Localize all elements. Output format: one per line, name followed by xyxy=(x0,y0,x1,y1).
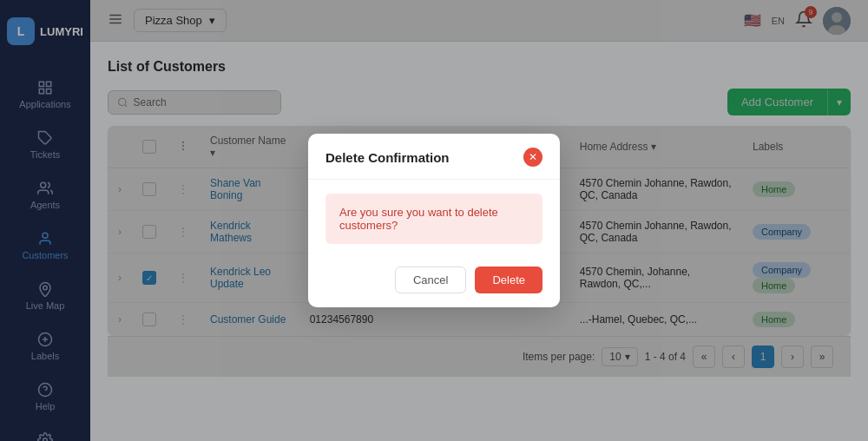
modal-body: Are you sure you want to delete customer… xyxy=(308,180,560,258)
warning-text: Are you sure you want to delete customer… xyxy=(339,206,498,232)
modal-title: Delete Confirmation xyxy=(326,150,450,165)
modal-header: Delete Confirmation ✕ xyxy=(308,134,560,180)
modal-footer: Cancel Delete xyxy=(308,258,560,307)
warning-box: Are you sure you want to delete customer… xyxy=(326,194,542,244)
modal-close-button[interactable]: ✕ xyxy=(523,148,542,167)
cancel-button[interactable]: Cancel xyxy=(395,267,466,293)
delete-button[interactable]: Delete xyxy=(475,267,542,293)
delete-confirmation-modal: Delete Confirmation ✕ Are you sure you w… xyxy=(308,134,560,307)
modal-overlay: Delete Confirmation ✕ Are you sure you w… xyxy=(0,0,868,441)
